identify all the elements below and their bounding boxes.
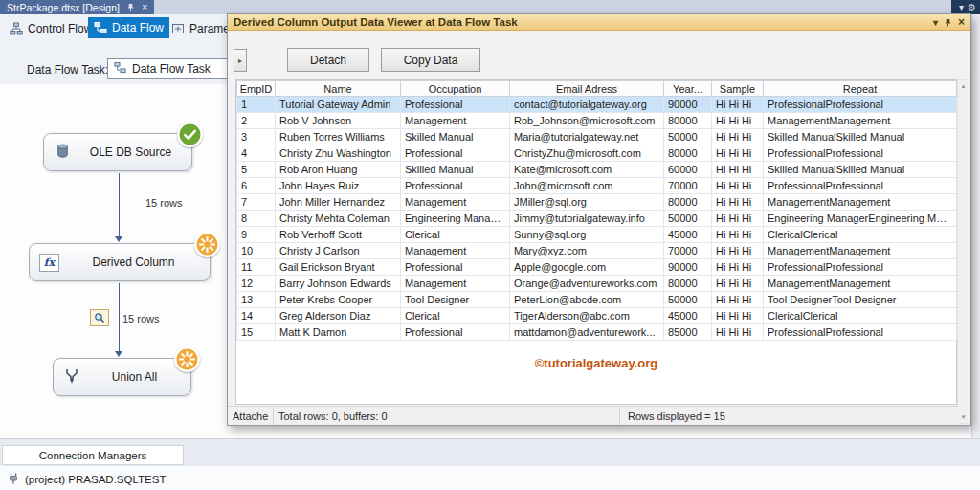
grid-cell[interactable]: ProfessionalProfessional bbox=[764, 324, 957, 341]
data-viewer-magnifier-icon[interactable] bbox=[90, 309, 109, 326]
grid-cell[interactable]: 45000 bbox=[664, 227, 712, 243]
pin-icon[interactable] bbox=[126, 2, 135, 13]
close-icon[interactable]: × bbox=[142, 2, 147, 12]
grid-cell[interactable]: Barry Johnson Edwards bbox=[276, 276, 401, 292]
grid-cell[interactable]: Gail Erickson Bryant bbox=[276, 259, 401, 276]
grid-cell[interactable]: Professional bbox=[401, 259, 510, 276]
grid-cell[interactable]: PeterLion@abcde.com bbox=[510, 292, 664, 308]
scroll-down-icon[interactable]: ▾ bbox=[958, 412, 969, 423]
grid-cell[interactable]: Hi Hi Hi bbox=[712, 227, 764, 243]
data-path-connector[interactable] bbox=[119, 283, 120, 351]
grid-column-header[interactable]: Sample bbox=[712, 81, 764, 97]
data-flow-task-combobox[interactable]: Data Flow Task bbox=[107, 58, 228, 79]
grid-cell[interactable]: Skilled Manual bbox=[401, 129, 510, 145]
grid-cell[interactable]: Management bbox=[401, 194, 510, 211]
expand-button[interactable]: ▸ bbox=[234, 49, 247, 72]
grid-cell[interactable]: Hi Hi Hi bbox=[712, 162, 764, 178]
grid-cell[interactable]: Hi Hi Hi bbox=[712, 308, 764, 324]
grid-cell[interactable]: Hi Hi Hi bbox=[712, 113, 764, 129]
grid-cell[interactable]: TigerAlderson@abc.com bbox=[510, 308, 664, 324]
close-icon[interactable]: × bbox=[958, 15, 965, 29]
grid-column-header[interactable]: Occupation bbox=[401, 81, 510, 97]
grid-cell[interactable]: Kate@microsoft.com bbox=[510, 162, 664, 178]
grid-cell[interactable]: 15 bbox=[237, 324, 276, 341]
grid-cell[interactable]: ProfessionalProfessional bbox=[764, 145, 957, 162]
designer-scrollbar[interactable] bbox=[971, 14, 980, 438]
grid-cell[interactable]: 7 bbox=[237, 194, 276, 211]
grid-cell[interactable]: 80000 bbox=[664, 194, 712, 211]
grid-cell[interactable]: Hi Hi Hi bbox=[712, 276, 764, 292]
grid-cell[interactable]: 80000 bbox=[664, 113, 712, 129]
grid-column-header[interactable]: Name bbox=[276, 81, 401, 97]
grid-cell[interactable]: Hi Hi Hi bbox=[712, 259, 764, 276]
grid-cell[interactable]: ManagementManagement bbox=[764, 194, 957, 211]
table-row[interactable]: 9Rob Verhoff ScottClericalSunny@sql.org4… bbox=[237, 227, 957, 243]
table-row[interactable]: 15Matt K DamonProfessionalmattdamon@adve… bbox=[237, 324, 957, 341]
grid-cell[interactable]: Hi Hi Hi bbox=[712, 211, 764, 227]
grid-cell[interactable]: Skilled ManualSkilled Manual bbox=[764, 129, 957, 145]
grid-cell[interactable]: 12 bbox=[237, 276, 276, 292]
grid-cell[interactable]: Rob Aron Huang bbox=[276, 162, 401, 178]
grid-cell[interactable]: ProfessionalProfessional bbox=[764, 259, 957, 276]
grid-cell[interactable]: Hi Hi Hi bbox=[712, 324, 764, 341]
grid-cell[interactable]: Hi Hi Hi bbox=[712, 97, 764, 113]
grid-cell[interactable]: 9 bbox=[237, 227, 276, 243]
grid-cell[interactable]: 80000 bbox=[664, 276, 712, 292]
table-row[interactable]: 3Ruben Torres WilliamsSkilled ManualMari… bbox=[237, 129, 957, 145]
connection-manager-item[interactable]: (project) PRASAD.SQLTEST bbox=[8, 473, 166, 486]
data-path-connector[interactable] bbox=[119, 173, 120, 236]
grid-cell[interactable]: 8 bbox=[237, 211, 276, 227]
grid-cell[interactable]: Professional bbox=[401, 178, 510, 194]
table-row[interactable]: 13Peter Krebs CooperTool DesignerPeterLi… bbox=[237, 292, 957, 308]
scroll-up-icon[interactable]: ▴ bbox=[958, 80, 969, 92]
table-row[interactable]: 5Rob Aron HuangSkilled ManualKate@micros… bbox=[237, 162, 957, 178]
grid-cell[interactable]: Hi Hi Hi bbox=[712, 129, 764, 145]
table-row[interactable]: 2Rob V JohnsonManagementRob_Johnson@micr… bbox=[237, 113, 957, 129]
grid-cell[interactable]: mattdamon@adventurework... bbox=[510, 324, 664, 341]
grid-cell[interactable]: 60000 bbox=[664, 162, 712, 178]
grid-cell[interactable]: Orange@adventureworks.com bbox=[510, 276, 664, 292]
grid-cell[interactable]: 1 bbox=[237, 97, 276, 113]
chevron-down-icon[interactable]: ▾ bbox=[959, 2, 964, 12]
grid-cell[interactable]: Management bbox=[401, 243, 510, 259]
grid-cell[interactable]: Rob_Johnson@microsoft.com bbox=[510, 113, 664, 129]
table-row[interactable]: 7John Miller HernandezManagementJMiller@… bbox=[237, 194, 957, 211]
grid-cell[interactable]: ManagementManagement bbox=[764, 276, 957, 292]
grid-cell[interactable]: 85000 bbox=[664, 324, 712, 341]
grid-cell[interactable]: 80000 bbox=[664, 145, 712, 162]
grid-cell[interactable]: 3 bbox=[237, 129, 276, 145]
grid-cell[interactable]: Tool Designer bbox=[401, 292, 510, 308]
gear-icon[interactable]: ⚙ bbox=[968, 2, 976, 12]
table-row[interactable]: 14Greg Alderson DiazClericalTigerAlderso… bbox=[237, 308, 957, 324]
grid-cell[interactable]: Rob V Johnson bbox=[276, 113, 401, 129]
table-row[interactable]: 1Tutorial Gateway AdminProfessionalconta… bbox=[237, 97, 957, 113]
grid-cell[interactable]: Christy Zhu Washington bbox=[276, 145, 401, 162]
grid-cell[interactable]: 13 bbox=[237, 292, 276, 308]
grid-cell[interactable]: ProfessionalProfessional bbox=[764, 178, 957, 194]
grid-cell[interactable]: Professional bbox=[401, 97, 510, 113]
grid-cell[interactable]: 5 bbox=[237, 162, 276, 178]
grid-cell[interactable]: Hi Hi Hi bbox=[712, 178, 764, 194]
grid-column-header[interactable]: Repeat bbox=[764, 81, 957, 97]
grid-cell[interactable]: Hi Hi Hi bbox=[712, 243, 764, 259]
table-row[interactable]: 12Barry Johnson EdwardsManagementOrange@… bbox=[237, 276, 957, 292]
grid-cell[interactable]: Skilled ManualSkilled Manual bbox=[764, 162, 957, 178]
grid-cell[interactable]: Rob Verhoff Scott bbox=[276, 227, 401, 243]
grid-cell[interactable]: Matt K Damon bbox=[276, 324, 401, 341]
detach-button[interactable]: Detach bbox=[287, 48, 369, 72]
grid-cell[interactable]: Christy J Carlson bbox=[276, 243, 401, 259]
grid-cell[interactable]: John Hayes Ruiz bbox=[276, 178, 401, 194]
grid-cell[interactable]: JMiller@sql.org bbox=[510, 194, 664, 211]
grid-cell[interactable]: Ruben Torres Williams bbox=[276, 129, 401, 145]
grid-cell[interactable]: Mary@xyz.com bbox=[510, 243, 664, 259]
grid-cell[interactable]: Peter Krebs Cooper bbox=[276, 292, 401, 308]
grid-cell[interactable]: ClericalClerical bbox=[764, 308, 957, 324]
grid-cell[interactable]: Tutorial Gateway Admin bbox=[276, 97, 401, 113]
grid-cell[interactable]: Management bbox=[401, 276, 510, 292]
table-row[interactable]: 10Christy J CarlsonManagementMary@xyz.co… bbox=[237, 243, 957, 259]
grid-cell[interactable]: 90000 bbox=[664, 97, 712, 113]
table-row[interactable]: 4Christy Zhu WashingtonProfessionalChris… bbox=[237, 145, 957, 162]
grid-cell[interactable]: 4 bbox=[237, 145, 276, 162]
connection-managers-tab[interactable]: Connection Managers bbox=[2, 445, 184, 465]
node-derived-column[interactable]: fx Derived Column bbox=[29, 243, 211, 281]
